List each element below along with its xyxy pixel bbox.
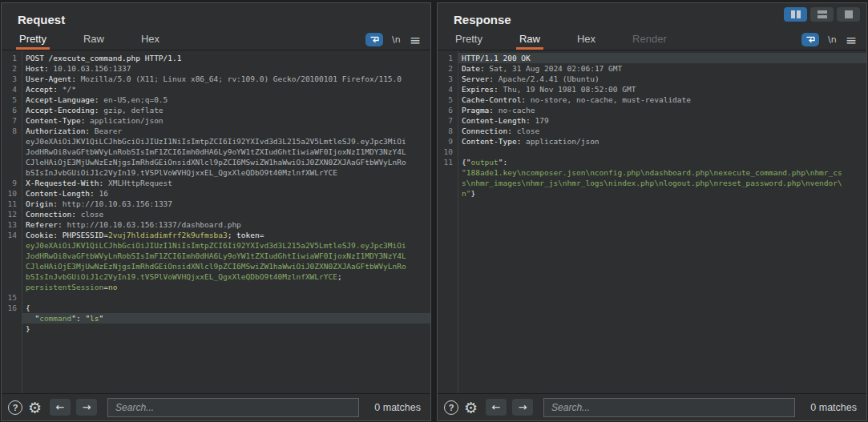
editor-line[interactable]: 4Accept: */* [2,84,430,94]
search-settings-icon[interactable]: ⚙ [28,400,42,415]
editor-line[interactable]: n"} [438,188,866,199]
search-settings-icon[interactable]: ⚙ [464,400,478,415]
help-icon[interactable]: ? [8,400,22,415]
editor-line[interactable]: } [2,324,430,334]
editor-line[interactable]: 11Origin: http://10.10.63.156:1337 [2,199,430,209]
line-content: Authorization: Bearer [22,126,430,136]
line-content: Date: Sat, 31 Aug 2024 02:06:17 GMT [458,63,866,74]
prev-match-button[interactable]: ← [50,399,71,416]
line-number: 2 [438,63,458,74]
line-content: "188ade1.key\ncomposer.json\nconfig.php\… [458,167,866,178]
line-content: bSIsInJvbGUiOiJ1c2VyIn19.tVSPlVoWVHQjxxE… [22,167,430,178]
line-number: 5 [438,94,458,105]
request-tab-bar: Pretty Raw Hex \n ≡ [2,30,430,50]
layout-single-button[interactable] [837,7,860,22]
line-content: Origin: http://10.10.63.156:1337 [22,199,430,209]
editor-line[interactable]: persistentSession=no [2,282,430,292]
tab-request-hex[interactable]: Hex [139,30,161,50]
line-number [438,178,458,188]
line-number: 3 [438,74,458,84]
editor-line[interactable]: "188ade1.key\ncomposer.json\nconfig.php\… [438,167,866,178]
line-number: 10 [2,188,22,199]
request-editor[interactable]: 1POST /execute_command.php HTTP/1.12Host… [2,50,430,393]
request-search-input[interactable] [107,398,359,417]
line-number: 11 [2,199,22,209]
wrap-text-toggle-button[interactable] [801,33,819,46]
editor-line[interactable]: eyJ0eXAiOiJKV1QiLCJhbGciOiJIUzI1NiIsImtp… [2,240,430,251]
editor-line[interactable]: 11{"output": [438,157,866,167]
tab-response-raw[interactable]: Raw [518,30,542,50]
editor-line[interactable]: JodHRwOi8vaGFtbWVyLnRobSIsImF1ZCI6Imh0dH… [2,251,430,261]
editor-line[interactable]: 3Server: Apache/2.4.41 (Ubuntu) [438,74,866,84]
editor-line[interactable]: 12Connection: close [2,209,430,219]
line-content: {"output": [458,157,866,167]
line-number [2,240,22,251]
line-number [2,167,22,178]
line-content: Accept-Language: en-US,en;q=0.5 [22,94,430,105]
editor-line[interactable]: 9X-Requested-With: XMLHttpRequest [2,178,430,188]
line-content: CJleHAiOjE3MjUwNzEzNjgsImRhdGEiOnsidXNlc… [22,261,430,271]
tab-request-pretty[interactable]: Pretty [18,30,48,50]
tab-response-pretty[interactable]: Pretty [454,30,484,50]
editor-line[interactable]: 8Authorization: Bearer [2,126,430,136]
line-content: n"} [458,188,866,199]
editor-line[interactable]: 15 [2,292,430,303]
editor-line[interactable]: 16{ [2,303,430,313]
tab-response-hex[interactable]: Hex [575,30,597,50]
editor-line[interactable]: 10 [438,147,866,157]
editor-line[interactable]: 5Cache-Control: no-store, no-cache, must… [438,94,866,105]
layout-rows-button[interactable] [810,7,834,22]
editor-line[interactable]: 2Host: 10.10.63.156:1337 [2,63,430,74]
wrap-text-toggle-button[interactable] [365,33,383,46]
next-match-button[interactable]: → [512,399,533,416]
layout-columns-button[interactable] [784,7,807,22]
request-panel: Request Pretty Raw Hex \n ≡ [1,2,431,421]
request-panel-header: Request Pretty Raw Hex \n ≡ [2,3,430,50]
editor-line[interactable]: s\nhmr_images\nhmr_js\nhmr_logs\nindex.p… [438,178,866,188]
prev-match-button[interactable]: ← [486,399,507,416]
show-newlines-toggle-icon[interactable]: \n [828,34,837,45]
editor-line[interactable]: eyJ0eXAiOiJKV1QiLCJhbGciOiJIUzI1NiIsImtp… [2,136,430,147]
editor-line[interactable]: bSIsInJvbGUiOiJ1c2VyIn19.tVSPlVoWVHQjxxE… [2,167,430,178]
editor-line[interactable]: 3User-Agent: Mozilla/5.0 (X11; Linux x86… [2,74,430,84]
response-editor[interactable]: 1HTTP/1.1 200 OK2Date: Sat, 31 Aug 2024 … [438,50,866,393]
editor-line[interactable]: CJleHAiOjE3MjUwNzEzNjgsImRhdGEiOnsidXNlc… [2,261,430,271]
editor-line[interactable]: 6Accept-Encoding: gzip, deflate [2,105,430,115]
next-match-button[interactable]: → [76,399,97,416]
line-content: Accept: */* [22,84,430,94]
editor-line[interactable]: 14Cookie: PHPSESSID=2vuj7hldiadimfrf2k9u… [2,230,430,240]
line-content: JodHRwOi8vaGFtbWVyLnRobSIsImF1ZCI6Imh0dH… [22,251,430,261]
help-icon[interactable]: ? [444,400,458,415]
editor-line[interactable]: 6Pragma: no-cache [438,105,866,115]
editor-line[interactable]: 7Content-Type: application/json [2,115,430,126]
editor-line[interactable]: bSIsInJvbGUiOiJ1c2VyIn19.tVSPlVoWVHQjxxE… [2,271,430,282]
request-search-bar: ? ⚙ ← → 0 matches [2,393,430,420]
tab-request-raw[interactable]: Raw [82,30,106,50]
layout-rows-icon [818,10,827,18]
line-number: 13 [2,219,22,230]
editor-line[interactable]: 1HTTP/1.1 200 OK [438,53,866,63]
editor-line[interactable]: 9Content-Type: application/json [438,136,866,147]
editor-line[interactable]: JodHRwOi8vaGFtbWVyLnRobSIsImF1ZCI6Imh0dH… [2,147,430,157]
show-newlines-toggle-icon[interactable]: \n [392,34,401,45]
line-number [2,261,22,271]
editor-line[interactable]: "command": "ls" [2,313,430,324]
line-content: Connection: close [458,126,866,136]
editor-line[interactable]: CJleHAiOjE3MjUwNzEzNjgsImRhdGEiOnsidXNlc… [2,157,430,167]
editor-line[interactable]: 10Content-Length: 16 [2,188,430,199]
line-number [2,324,22,334]
editor-line[interactable]: 8Connection: close [438,126,866,136]
editor-line[interactable]: 4Expires: Thu, 19 Nov 1981 08:52:00 GMT [438,84,866,94]
editor-line[interactable]: 5Accept-Language: en-US,en;q=0.5 [2,94,430,105]
layout-switcher [784,7,860,22]
editor-menu-icon[interactable]: ≡ [410,36,421,44]
editor-menu-icon[interactable]: ≡ [846,36,857,44]
editor-line[interactable]: 13Referer: http://10.10.63.156:1337/dash… [2,219,430,230]
editor-line[interactable]: 7Content-Length: 179 [438,115,866,126]
editor-line[interactable]: 2Date: Sat, 31 Aug 2024 02:06:17 GMT [438,63,866,74]
editor-line[interactable]: 1POST /execute_command.php HTTP/1.1 [2,53,430,63]
line-content: Content-Length: 179 [458,115,866,126]
line-content: POST /execute_command.php HTTP/1.1 [22,53,430,63]
layout-columns-icon [791,10,795,18]
response-search-input[interactable] [543,398,795,417]
